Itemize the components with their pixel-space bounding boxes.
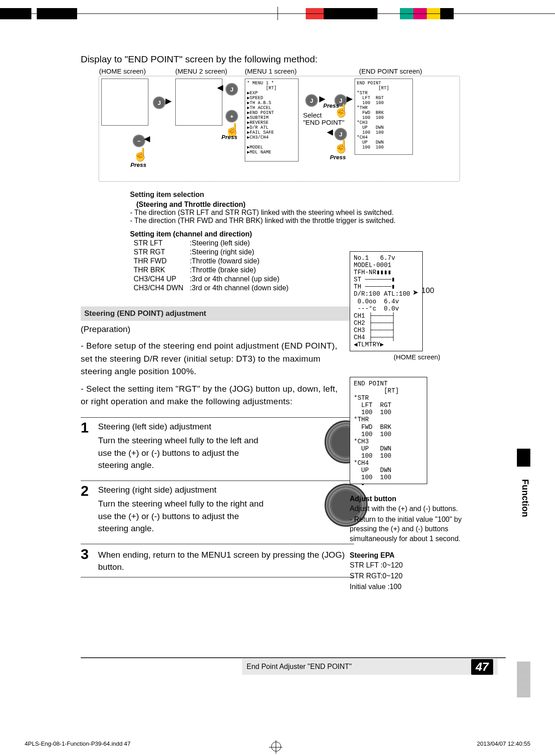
menu1-screen-label: (MENU 1 screen) (245, 67, 297, 75)
arrow-icon: ◀ (144, 134, 150, 144)
navigation-flow-panel: (HOME screen) (MENU 2 screen) (MENU 1 sc… (99, 76, 460, 182)
hand-icon: ☝ (133, 147, 148, 162)
jog-button-5[interactable]: J (334, 128, 347, 140)
adjust-line: Adjust with the (+) and (-) buttons. (350, 504, 462, 514)
endpoint-screen-display: END POINT [RT] *STR LFT RGT 100 100 *THR… (350, 377, 427, 484)
arrow-icon: ▶ (347, 94, 353, 104)
select-text-2: "END POINT" (303, 118, 344, 126)
arrow-icon: ▶ (165, 96, 172, 106)
home-screen-display: No.1 6.7v MODEL-0001 TFH-NR▮▮▮▮ ST ─────… (350, 251, 423, 351)
menu2-screen-thumb (175, 79, 222, 126)
footer-caption: End Point Adjuster "END POINT" (247, 663, 352, 671)
setting-subtitle: (Steering and Throttle direction) (136, 201, 417, 209)
home-screen-caption: (HOME screen) (350, 353, 484, 361)
arrow-icon: ◀ (327, 127, 333, 137)
step-title: Steering (left side) adjustment (98, 422, 211, 431)
endpoint-screen-thumb: END POINT [RT] *STR LFT RGT 100 100 *THR… (355, 79, 413, 155)
arrow-icon: ◀ (217, 83, 223, 92)
home-screen-label: (HOME screen) (99, 67, 146, 75)
table-row: STR RGT:Steering (right side) (131, 248, 291, 256)
setting-items-title: Setting item (channel and direction) (130, 230, 417, 238)
page-number: 47 (471, 659, 493, 675)
table-row: CH3/CH4 DWN:3rd or 4th channel (down sid… (131, 284, 291, 292)
hand-icon: ☝ (334, 139, 349, 154)
step-number: 2 (81, 484, 89, 498)
step-3: 3 When ending, return to the MENU1 scree… (81, 544, 354, 577)
imposition-footer-right: 2013/04/07 12:40:55 (477, 740, 530, 747)
intro-text: Display to "END POINT" screen by the fol… (81, 54, 510, 65)
step-2: 2 Steering (right side) adjustment Turn … (81, 481, 368, 535)
plus-button[interactable]: + (225, 110, 238, 122)
section-title-bar: Steering (END POINT) adjustment (81, 306, 361, 321)
table-row: THR FWD:Throttle (foward side) (131, 257, 291, 265)
arrow-icon: ➤ (412, 288, 418, 297)
preparation-text-2: - Select the setting item "RGT" by the (… (81, 383, 345, 408)
side-tab-function: Function (517, 469, 530, 527)
imposition-footer-left: 4PLS-Eng-08-1-Function-P39-64.indd 47 (25, 740, 130, 747)
step-body: When ending, return to the MENU1 screen … (98, 549, 354, 573)
preparation-text-1: - Before setup of the steering end point… (81, 340, 345, 378)
table-row: CH3/CH4 UP:3rd or 4th channel (up side) (131, 275, 291, 283)
jog-button-1[interactable]: J (153, 96, 165, 109)
table-row: THR BRK:Throttle (brake side) (131, 266, 291, 274)
setting-line2: - The direction (THR FWD and THR BRK) li… (130, 217, 417, 225)
adjust-title: Adjust button (350, 495, 462, 503)
footer-bar: End Point Adjuster "END POINT" 47 (242, 659, 498, 675)
table-row: STR LFT:Steering (left side) (131, 239, 291, 247)
adjust-line: - Return to the initial value "100" by p… (350, 515, 462, 544)
press-label: Press (130, 162, 146, 168)
step-body: Turn the steering wheel fully to the lef… (98, 434, 269, 472)
menu2-screen-label: (MENU 2 screen) (175, 67, 227, 75)
select-text-1: Select (303, 111, 322, 119)
side-halftone-tab (517, 662, 530, 698)
endpoint-screen-label: (END POINT screen) (359, 67, 422, 75)
setting-title: Setting item selection (130, 191, 417, 199)
press-label: Press (323, 102, 339, 109)
epa-line: Initial value :100 (350, 582, 462, 592)
minus-button[interactable]: − (133, 135, 145, 147)
print-registration-bar (0, 7, 555, 20)
step-number: 1 (81, 420, 89, 435)
side-black-tab (517, 449, 530, 467)
footer-rule (81, 657, 506, 658)
setting-line1: - The direction (STR LFT and STR RGT) li… (130, 209, 417, 217)
press-label: Press (330, 154, 346, 161)
setting-items-table: STR LFT:Steering (left side) STR RGT:Ste… (130, 238, 292, 293)
press-label: Press (221, 134, 237, 140)
step-number: 3 (81, 547, 89, 561)
menu1-screen-thumb: * MENU 1 * [RT] ▶EXP ▶SPEED ▶TH A.B.S ▶T… (245, 79, 299, 162)
jog-button-2[interactable]: J (225, 83, 238, 96)
jog-button-3[interactable]: J (305, 94, 318, 107)
pointer-100: 100 (421, 286, 434, 295)
step-title: Steering (right side) adjustment (98, 485, 217, 494)
epa-line: STR RGT:0~120 (350, 571, 462, 581)
registration-circle-icon (271, 742, 281, 752)
step-1: 1 Steering (left side) adjustment Turn t… (81, 417, 368, 472)
step-body: Turn the steering wheel fully to the rig… (98, 498, 269, 535)
home-screen-thumb (101, 79, 148, 126)
epa-title: Steering EPA (350, 551, 462, 559)
epa-line: STR LFT :0~120 (350, 560, 462, 570)
